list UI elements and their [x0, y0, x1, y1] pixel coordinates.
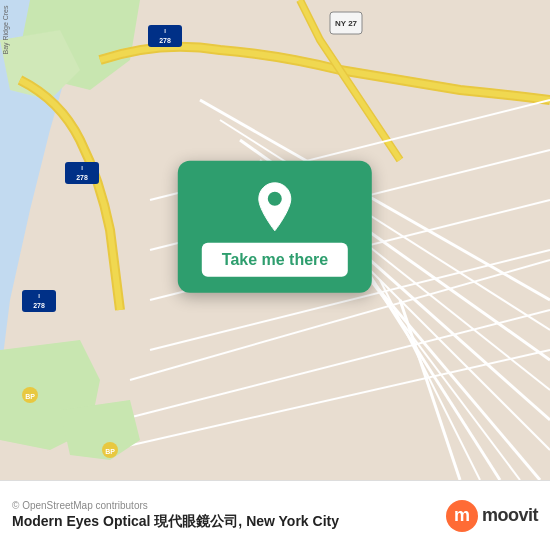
- svg-point-41: [268, 192, 282, 206]
- svg-text:278: 278: [159, 37, 171, 44]
- location-pin-icon: [253, 181, 297, 233]
- bottom-info: © OpenStreetMap contributors Modern Eyes…: [12, 500, 339, 531]
- moovit-icon: m: [446, 500, 478, 532]
- svg-text:Bay Ridge Cres: Bay Ridge Cres: [2, 5, 10, 55]
- attribution-text: © OpenStreetMap contributors: [12, 500, 339, 511]
- svg-text:NY 27: NY 27: [335, 19, 358, 28]
- moovit-wordmark: moovit: [482, 505, 538, 526]
- bottom-bar: © OpenStreetMap contributors Modern Eyes…: [0, 480, 550, 550]
- map-card-overlay: Take me there: [178, 161, 372, 293]
- svg-text:278: 278: [33, 302, 45, 309]
- moovit-logo: m moovit: [446, 500, 538, 532]
- svg-text:278: 278: [76, 174, 88, 181]
- place-name-text: Modern Eyes Optical 現代眼鏡公司, New York Cit…: [12, 513, 339, 531]
- map-container: BP BP I 278 I 278 I 278 NY 27 Bay Ridge …: [0, 0, 550, 480]
- svg-text:BP: BP: [25, 393, 35, 400]
- take-me-there-button[interactable]: Take me there: [202, 243, 348, 277]
- svg-text:BP: BP: [105, 448, 115, 455]
